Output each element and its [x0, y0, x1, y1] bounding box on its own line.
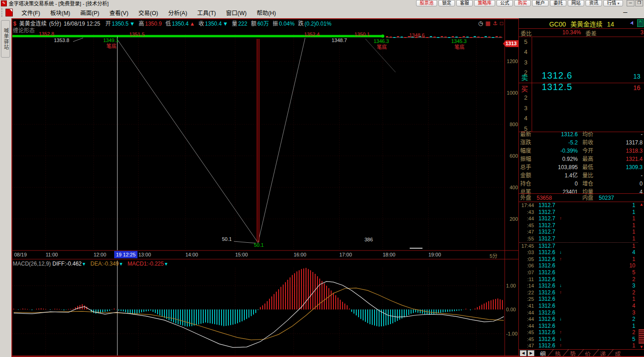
field-label: 开: [106, 21, 111, 27]
tick-price: 1312.6: [538, 276, 560, 283]
minimize-button[interactable]: ─: [627, 0, 634, 6]
tick-time: :41: [519, 303, 534, 309]
collapse-panel-icon[interactable]: ^: [637, 19, 644, 27]
weicha-value: 3: [640, 29, 644, 36]
chart-label: 1352.8: [39, 32, 54, 37]
toolbar-button-股票池[interactable]: 股票池: [416, 0, 437, 6]
down-arrow-icon: ↓: [560, 249, 565, 256]
tick-row: :451312.6↑2: [519, 329, 638, 336]
anchor-icon[interactable]: ⚓: [493, 20, 498, 27]
field-label: 高: [138, 21, 144, 27]
instrument-count: 14: [607, 21, 614, 28]
quote-label: 最高: [578, 155, 599, 163]
tick-row: :031312.6↓4: [519, 249, 638, 256]
chart-canvas[interactable]: $ 美黄金连续 (5分) 16/08/19 12:25 开1350.5▼高135…: [11, 18, 518, 357]
axis-tick-label: 200: [505, 216, 518, 222]
down-arrow-icon: ↓: [560, 282, 565, 289]
tick-price: 1312.6: [538, 303, 560, 309]
tick-price: 1312.7: [538, 243, 560, 250]
tick-time: :47: [519, 229, 534, 235]
buy-level: 3: [521, 105, 531, 112]
toolbar-button-购买[interactable]: 购买: [514, 0, 531, 6]
quote-value: 1317.8: [599, 139, 643, 147]
diff-line: [14, 282, 504, 348]
quote-value: 1318.3: [599, 147, 643, 155]
chart-label: 1345.3: [451, 39, 467, 44]
chart-label: 50.1: [254, 243, 264, 248]
strategy-icon[interactable]: ▦: [485, 20, 490, 27]
menu-item-板块(M)[interactable]: 板块(M): [45, 8, 75, 17]
quote-value: 103,895: [537, 163, 578, 171]
toolbar-button-委托[interactable]: 委托: [550, 0, 566, 6]
quote-value: 1312.6: [537, 130, 578, 139]
quote-label: 均价: [578, 130, 599, 139]
quote-value: 1321.4: [599, 155, 643, 163]
menu-item-工具(T)[interactable]: 工具(T): [192, 8, 221, 17]
tick-time: :44: [519, 316, 534, 323]
tick-qty: 4: [565, 303, 638, 309]
menu-item-画面(P)[interactable]: 画面(P): [75, 8, 105, 17]
arrow-icon: ▲: [190, 21, 195, 27]
field-label: 量: [232, 21, 237, 27]
document-icon[interactable]: [5, 9, 13, 16]
toolbar-button-策略库[interactable]: 策略库: [474, 0, 495, 6]
quote-value: -: [599, 171, 643, 180]
tick-price: 1312.6: [538, 269, 560, 276]
tick-time: :25: [519, 296, 534, 303]
field-value: 1350.4: [205, 21, 222, 27]
frame-icon[interactable]: □: [500, 20, 503, 27]
toolbar-button-资讯[interactable]: 资讯: [586, 0, 602, 6]
chart-label: 1346.3: [374, 39, 389, 44]
tick-list: 17:441312.71:431312.71:441312.7↑1:451312…: [519, 202, 638, 349]
tick-qty: 1: [565, 243, 638, 250]
time-axis-label: 13:00: [138, 252, 151, 257]
side-panel-tab[interactable]: 喊单驿站: [1, 20, 10, 58]
restore-button[interactable]: ❐: [635, 0, 643, 6]
instrument-code: GC00: [549, 21, 566, 28]
menu-item-查看(V)[interactable]: 查看(V): [104, 8, 133, 17]
tick-price: 1312.6: [538, 249, 560, 256]
scrollbar[interactable]: ▲ ▼: [639, 202, 644, 350]
quote-value: -5.2: [537, 139, 578, 147]
scrollbar-thumb[interactable]: [639, 329, 644, 344]
menu-item-窗口(W)[interactable]: 窗口(W): [221, 8, 252, 17]
instrument-name: 美黄金连续: [570, 21, 602, 28]
tick-time: :44: [519, 215, 534, 222]
menu-item-文件(F)[interactable]: 文件(F): [16, 8, 45, 17]
quote-label: 振幅: [520, 155, 537, 163]
sell-level: 5: [521, 38, 531, 45]
menu-item-分析(A)[interactable]: 分析(A): [163, 8, 192, 17]
arrow-icon: ▼: [130, 21, 135, 27]
tick-row: :111312.62: [519, 276, 638, 283]
toolbar-button-帐户[interactable]: 帐户: [532, 0, 549, 6]
toolbar-button-客服[interactable]: 客服: [456, 0, 473, 6]
toolbar-button-公式[interactable]: 公式: [496, 0, 513, 6]
menu-item-交易(O)[interactable]: 交易(O): [133, 8, 163, 17]
chart-label: 笔底: [106, 44, 116, 49]
up-arrow-icon: ↑: [560, 215, 565, 222]
clock-icon[interactable]: ◷: [478, 20, 483, 27]
axis-tick-label: 1000: [505, 90, 518, 96]
sell-level: 3: [521, 59, 531, 66]
tick-row: :061312.610: [519, 262, 638, 269]
toolbar-button-网站[interactable]: 网站: [568, 0, 584, 6]
down-arrow-icon: ↓: [560, 316, 565, 323]
chart-label: 1348.7: [332, 38, 347, 43]
menu-item-帮助(H)[interactable]: 帮助(H): [252, 8, 281, 17]
tick-row: :411312.64: [519, 303, 638, 309]
tick-time: :55: [519, 235, 534, 242]
tick-row: :471312.71: [519, 229, 638, 235]
tick-qty: 1: [565, 235, 638, 242]
axis-tick-label: 400: [505, 185, 518, 190]
up-arrow-icon: ↑: [560, 342, 565, 349]
toolbar-button-锁定[interactable]: 锁定: [438, 0, 455, 6]
tick-time: :45: [519, 222, 534, 229]
sell-level: 4: [521, 48, 531, 55]
tick-time: :03: [519, 249, 534, 256]
toolbar-button-行情[interactable]: 行情▾: [603, 0, 623, 6]
period-axis-label[interactable]: 5分: [490, 252, 497, 259]
scroll-up-icon[interactable]: ▲: [639, 202, 644, 207]
tick-time: :07: [519, 269, 534, 276]
tick-qty: 1: [565, 222, 638, 229]
mdi-minimize-button[interactable]: ─: [622, 9, 628, 16]
